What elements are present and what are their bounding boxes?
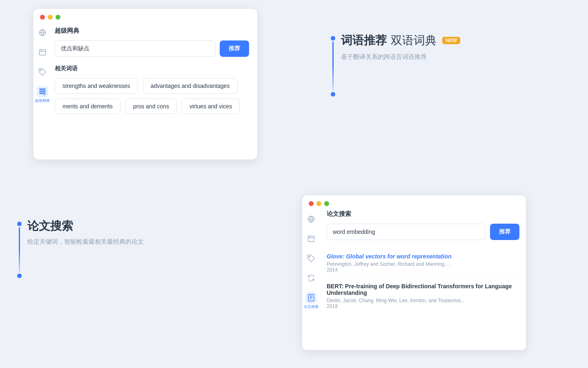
section-label-related: 相关词语 (55, 65, 249, 72)
main-content-left: 超级网典 推荐 相关词语 strengths and weaknesses ad… (51, 24, 257, 158)
titlebar (33, 9, 257, 24)
tag-4[interactable]: virtues and vices (182, 99, 240, 114)
paper-result-1: BERT: Pre-training of Deep Bidirectional… (327, 278, 519, 314)
dot-red[interactable] (40, 15, 45, 20)
svg-point-4 (40, 70, 42, 71)
recommend-button-left[interactable]: 推荐 (220, 40, 249, 57)
sidebar-icon-book2[interactable] (305, 233, 317, 245)
right-feature-text: 词语推荐 双语词典 NEW 基于翻译关系的跨语言词语推荐 (341, 33, 527, 61)
paper-recommend-button[interactable]: 推荐 (490, 224, 519, 240)
tag-1[interactable]: advantages and disadvantages (143, 78, 238, 94)
top-left-card: 超级网典 超级网典 推荐 相关词语 strengths and weakness… (33, 9, 257, 159)
bl-text: 论文搜索 给定关键词，智能检索最相关最经典的论文 (27, 218, 201, 246)
paper-authors-0: Pennington, Jeffrey and Socher, Richard … (327, 261, 519, 267)
paper-year-1: 2019 (327, 303, 519, 309)
dot-green-br[interactable] (324, 201, 329, 206)
paper-year-0: 2014 (327, 267, 519, 273)
bottom-right-card: 论文搜索 论文搜索 推荐 Glove: Global vectors for w… (302, 195, 526, 350)
right-conn-dot-top (331, 36, 335, 40)
bl-connector (17, 218, 22, 278)
svg-point-5 (44, 93, 46, 95)
sidebar-icon-refresh2[interactable] (305, 272, 317, 284)
sidebar-right: 论文搜索 (302, 210, 320, 348)
sidebar-icon-translate2[interactable] (305, 213, 317, 225)
paper-search-input[interactable] (327, 224, 486, 240)
dot-green[interactable] (56, 15, 60, 20)
svg-rect-7 (308, 236, 314, 241)
sidebar-item-superdict[interactable]: 超级网典 (35, 86, 50, 103)
badge-new: NEW (442, 37, 460, 44)
bl-conn-line (19, 227, 20, 272)
sidebar-label-superdict: 超级网典 (35, 98, 50, 103)
sidebar-icon-translate[interactable] (37, 27, 48, 38)
sidebar-icon-book[interactable] (37, 47, 48, 58)
sidebar-left: 超级网典 (33, 24, 51, 158)
right-feature-panel: 词语推荐 双语词典 NEW 基于翻译关系的跨语言词语推荐 (331, 33, 527, 96)
right-desc: 基于翻译关系的跨语言词语推荐 (341, 53, 527, 61)
dot-yellow[interactable] (48, 15, 53, 20)
right-title-sub: 双语词典 (391, 33, 437, 48)
app-title-left: 超级网典 (55, 27, 249, 35)
bl-conn-dot-top (17, 222, 22, 226)
dot-yellow-br[interactable] (316, 201, 321, 206)
paper-result-0: Glove: Global vectors for word represent… (327, 248, 519, 278)
search-row: 推荐 (55, 40, 249, 57)
bl-desc: 给定关键词，智能检索最相关最经典的论文 (27, 238, 201, 246)
paper-title-0[interactable]: Glove: Global vectors for word represent… (327, 253, 519, 260)
right-title-row: 词语推荐 双语词典 NEW (341, 33, 527, 48)
sidebar-label-paper: 论文搜索 (304, 304, 318, 310)
svg-rect-11 (308, 294, 314, 301)
svg-point-10 (309, 256, 310, 258)
svg-rect-1 (40, 49, 46, 55)
paper-search-app-title: 论文搜索 (327, 210, 519, 218)
sidebar-icon-tag[interactable] (37, 66, 48, 78)
right-conn-dot-bottom (331, 92, 335, 96)
bottom-left-feature: 论文搜索 给定关键词，智能检索最相关最经典的论文 (17, 218, 201, 278)
paper-authors-1: Devlin, Jacob, Chang, Ming-Wei, Lee, Ken… (327, 298, 519, 303)
sidebar-item-paper[interactable]: 论文搜索 (304, 292, 318, 310)
right-title-main: 词语推荐 (341, 33, 387, 48)
bl-conn-dot-bottom (17, 274, 22, 278)
dot-red-br[interactable] (309, 201, 314, 206)
right-conn-line (332, 42, 334, 91)
sidebar-icon-tag2[interactable] (305, 253, 317, 264)
tag-3[interactable]: pros and cons (125, 99, 177, 114)
tag-0[interactable]: strengths and weaknesses (55, 78, 138, 94)
tag-2[interactable]: merits and demerits (55, 99, 120, 114)
tags-row-2: merits and demerits pros and cons virtue… (55, 99, 249, 114)
paper-search-row: 推荐 (327, 224, 519, 240)
titlebar-br (302, 195, 526, 210)
paper-search-main: 论文搜索 推荐 Glove: Global vectors for word r… (320, 210, 526, 348)
search-input-left[interactable] (55, 40, 216, 57)
bl-title: 论文搜索 (27, 218, 201, 234)
tags-row-1: strengths and weaknesses advantages and … (55, 78, 249, 94)
right-connector (331, 33, 335, 96)
paper-title-1[interactable]: BERT: Pre-training of Deep Bidirectional… (327, 283, 519, 296)
